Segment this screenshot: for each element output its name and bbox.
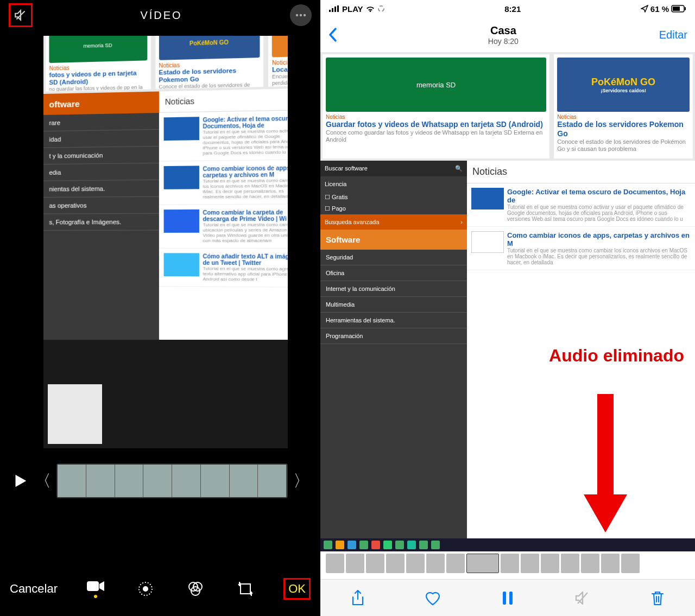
annotation-label: Audio eliminado (541, 340, 692, 371)
svg-rect-11 (332, 8, 333, 12)
edit-button[interactable]: Editar (659, 29, 687, 41)
pause-icon (502, 590, 514, 606)
timeline-frames[interactable] (56, 463, 288, 498)
banner-sd: memoria SD (49, 36, 147, 63)
editor-title: VÍDEO (33, 9, 290, 22)
svg-rect-20 (509, 592, 513, 605)
album-title: Casa (348, 24, 659, 37)
annotation-arrow-icon (581, 394, 630, 535)
banner-sd: memoria SD (326, 58, 546, 112)
checkbox-pago: ☐ Pago (320, 203, 467, 214)
video-preview: memoria SD Noticias fotos y videos de p … (0, 30, 320, 454)
svg-rect-18 (597, 394, 614, 497)
trim-handle-left[interactable]: 〈 (35, 470, 51, 492)
video-editor-pane: VÍDEO memoria SD Noticias fotos y videos… (0, 0, 320, 616)
speaker-muted-icon (14, 8, 28, 22)
status-time: 8:21 (504, 4, 521, 14)
editor-top-bar: VÍDEO (0, 0, 320, 30)
mute-indicator[interactable] (572, 587, 593, 609)
share-icon (351, 589, 365, 607)
cancel-button[interactable]: Cancelar (10, 582, 58, 596)
video-camera-icon (86, 580, 105, 593)
crop-button[interactable] (233, 577, 257, 601)
bottom-toolbar (320, 579, 695, 616)
adjust-dial-icon (136, 580, 155, 598)
carrier-label: PLAY (342, 4, 363, 14)
location-icon (641, 5, 648, 12)
svg-rect-13 (337, 5, 339, 12)
more-button[interactable] (290, 4, 312, 26)
heart-icon (424, 590, 441, 606)
banner-pokemon: PoKéMoN GO (159, 36, 260, 60)
chevron-left-icon (328, 27, 338, 42)
ellipsis-icon (295, 14, 306, 17)
svg-rect-19 (503, 592, 506, 605)
delete-button[interactable] (647, 587, 668, 609)
ok-button[interactable]: OK (288, 582, 306, 596)
play-icon[interactable] (11, 472, 29, 490)
ok-button-highlighted[interactable]: OK (283, 578, 311, 600)
photos-viewer-pane: PLAY 8:21 61 % Casa Hoy 8:20 Editar memo… (320, 0, 695, 616)
album-subtitle: Hoy 8:20 (348, 37, 659, 46)
pause-button[interactable] (497, 587, 519, 609)
battery-pct: 61 % (650, 4, 669, 14)
svg-point-2 (304, 14, 306, 16)
back-button[interactable] (328, 27, 348, 42)
loading-spinner-icon (377, 5, 385, 12)
adjust-button[interactable] (134, 577, 157, 601)
speaker-muted-grey-icon (574, 590, 591, 606)
svg-rect-12 (334, 7, 336, 12)
editor-bottom-bar: Cancelar OK (0, 562, 320, 616)
cellular-signal-icon (329, 5, 340, 12)
nav-bar: Casa Hoy 8:20 Editar (320, 17, 695, 52)
search-box: Buscar software🔍 (320, 161, 467, 176)
crop-rotate-icon (236, 580, 255, 598)
photo-viewport[interactable]: memoria SD Noticias Guardar fotos y vide… (320, 52, 695, 551)
banner-pokemon: PoKéMoN GO (591, 77, 655, 88)
share-button[interactable] (347, 587, 369, 609)
svg-point-5 (143, 586, 148, 592)
wifi-icon (365, 5, 375, 12)
svg-rect-16 (673, 7, 680, 11)
svg-point-0 (296, 14, 298, 16)
battery-icon (671, 5, 686, 12)
svg-rect-17 (685, 7, 686, 10)
status-bar: PLAY 8:21 61 % (320, 0, 695, 17)
trash-icon (650, 590, 665, 606)
svg-rect-10 (329, 10, 331, 12)
video-timeline[interactable]: 〈 〉 (0, 454, 320, 508)
svg-point-14 (378, 6, 384, 11)
svg-rect-9 (241, 584, 250, 594)
svg-rect-3 (87, 581, 99, 591)
checkbox-gratis: ☐ Gratis (320, 192, 467, 203)
filters-icon (186, 580, 205, 598)
search-icon: 🔍 (455, 165, 463, 172)
svg-point-1 (300, 14, 302, 16)
video-mode-button[interactable] (84, 577, 108, 601)
thumbnail-strip[interactable] (320, 551, 695, 575)
trim-handle-right[interactable]: 〉 (293, 470, 309, 492)
mute-button-highlighted[interactable] (9, 3, 33, 27)
like-button[interactable] (422, 587, 444, 609)
filters-button[interactable] (184, 577, 207, 601)
